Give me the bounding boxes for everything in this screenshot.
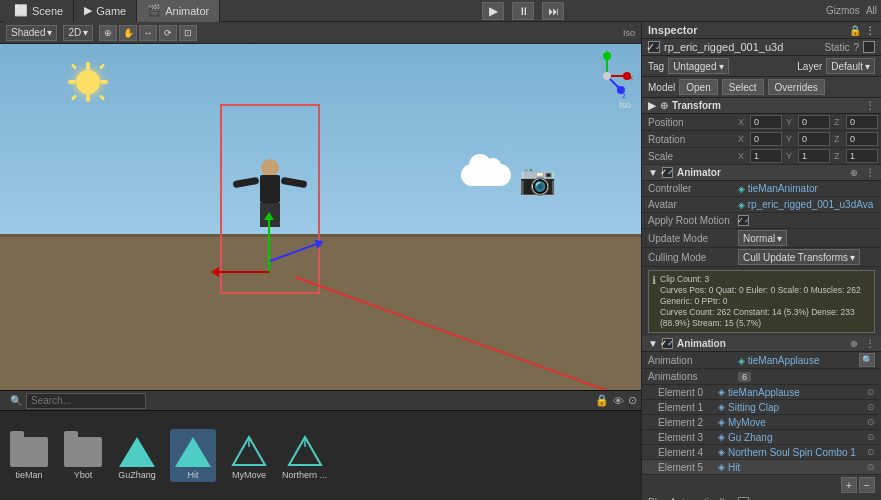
transform-section-header[interactable]: ▶ ⊕ Transform ⋮ [642,98,881,114]
scale-z-label: Z [834,151,844,161]
element1-target-btn[interactable]: ⊙ [867,402,875,412]
animation-element-3[interactable]: Element 3 ◈ Gu Zhang ⊙ [642,430,881,445]
tab-scene[interactable]: ⬜ Scene [4,0,74,22]
character-arm-right [281,177,308,188]
top-toolbar: ⬜ Scene ▶ Game 🎬 Animator ▶ ⏸ ⏭ Gizmos A… [0,0,881,22]
transform-title: Transform [672,100,721,111]
element1-value: Sitting Clap [728,402,867,413]
pos-y-label: Y [786,117,796,127]
app-root: ⬜ Scene ▶ Game 🎬 Animator ▶ ⏸ ⏭ Gizmos A… [0,0,881,500]
add-animation-button[interactable]: + [841,477,857,493]
animation-element-2[interactable]: Element 2 ◈ MyMove ⊙ [642,415,881,430]
avatar-value[interactable]: ◈ rp_eric_rigged_001_u3dAva [738,199,875,210]
select-button[interactable]: Select [722,79,764,95]
layer-dropdown[interactable]: Default ▾ [826,58,875,74]
static-question: ? [853,42,859,53]
animation-clip-value[interactable]: ◈ tieManApplause [738,355,857,366]
overrides-button[interactable]: Overrides [768,79,825,95]
inspector-lock-icon[interactable]: 🔒 [849,25,861,36]
element2-target-btn[interactable]: ⊙ [867,417,875,427]
play-button[interactable]: ▶ [482,2,504,20]
animation-search-button[interactable]: 🔍 [859,353,875,367]
rot-x-value[interactable]: 0 [750,132,782,146]
gizmos-label: Gizmos [826,5,860,16]
rot-z-value[interactable]: 0 [846,132,878,146]
asset-tieman[interactable]: tieMan [8,431,50,480]
animation-active-checkbox[interactable]: ✓ [662,338,673,349]
folder-shape [10,437,48,467]
scale-x-value[interactable]: 1 [750,149,782,163]
eye-button[interactable]: 👁 [613,395,624,407]
scale-y-value[interactable]: 1 [798,149,830,163]
position-xyz: X 0 Y 0 Z 0 [738,115,878,129]
lock-button[interactable]: 🔒 [595,394,609,407]
scene-tool-btn-2[interactable]: ✋ [119,25,137,41]
culling-mode-dropdown[interactable]: Cull Update Transforms ▾ [738,249,860,265]
asset-hit[interactable]: Hit [170,429,216,482]
inspector-more-icon[interactable]: ⋮ [865,25,875,36]
pos-y-value[interactable]: 0 [798,115,830,129]
animator-section-header[interactable]: ▼ ✓ Animator ⊕ ⋮ [642,165,881,181]
rot-y-value[interactable]: 0 [798,132,830,146]
apply-root-checkbox[interactable]: ✓ [738,215,749,226]
animation-element-1[interactable]: Element 1 ◈ Sitting Clap ⊙ [642,400,881,415]
update-mode-dropdown[interactable]: Normal ▾ [738,230,787,246]
animation-section-header[interactable]: ▼ ✓ Animation ⊕ ⋮ [642,336,881,352]
gizmo-compass-svg: Y X Z [581,50,633,102]
character-arm-left [233,177,260,188]
model-label: Model [648,82,675,93]
scene-view[interactable]: 📷 [0,44,641,390]
pause-button[interactable]: ⏸ [512,2,534,20]
transform-icon: ⊕ [660,100,668,111]
pos-z-value[interactable]: 0 [846,115,878,129]
scene-tool-btn-3[interactable]: ↔ [139,25,157,41]
scene-tool-btn-5[interactable]: ⊡ [179,25,197,41]
asset-northern[interactable]: Northern ... [282,431,327,480]
mode-dropdown[interactable]: 2D ▾ [63,25,93,41]
shading-dropdown[interactable]: Shaded ▾ [6,25,57,41]
animation-element-5[interactable]: Element 5 ◈ Hit ⊙ [642,460,881,475]
scene-tool-btn-1[interactable]: ⊕ [99,25,117,41]
asset-guzhang[interactable]: GuZhang [116,431,158,480]
gizmo-compass[interactable]: Y X Z [581,50,633,102]
element1-label: Element 1 [658,402,718,413]
tag-dropdown[interactable]: Untagged ▾ [668,58,728,74]
static-checkbox[interactable] [863,41,875,53]
animation-element-4[interactable]: Element 4 ◈ Northern Soul Spin Combo 1 ⊙ [642,445,881,460]
element4-target-btn[interactable]: ⊙ [867,447,875,457]
scale-z-value[interactable]: 1 [846,149,878,163]
asset-ybot[interactable]: Ybot [62,431,104,480]
step-button[interactable]: ⏭ [542,2,564,20]
asset-mymove[interactable]: MyMove [228,431,270,480]
target-button[interactable]: ⊙ [628,394,637,407]
object-active-checkbox[interactable]: ✓ [648,41,660,53]
controller-value[interactable]: ◈ tieManAnimator [738,183,875,194]
animation-more-icon[interactable]: ⊕ [850,339,858,349]
pos-x-value[interactable]: 0 [750,115,782,129]
transform-more-icon[interactable]: ⋮ [865,100,875,111]
remove-animation-button[interactable]: − [859,477,875,493]
character-selection-box[interactable] [220,104,320,294]
search-input[interactable] [26,393,146,409]
triangle-icon-northern [284,431,326,467]
open-button[interactable]: Open [679,79,717,95]
element3-target-btn[interactable]: ⊙ [867,432,875,442]
rot-x-label: X [738,134,748,144]
scene-tool-btn-4[interactable]: ⟳ [159,25,177,41]
tab-animator[interactable]: 🎬 Animator [137,0,220,22]
element5-target-btn[interactable]: ⊙ [867,462,875,472]
element0-target-btn[interactable]: ⊙ [867,387,875,397]
animation-element-0[interactable]: Element 0 ◈ tieManApplause ⊙ [642,385,881,400]
scale-z-field: Z 1 [834,149,878,163]
folder-icon-ybot [62,431,104,467]
tab-game[interactable]: ▶ Game [74,0,137,22]
animator-more-icon[interactable]: ⊕ [850,168,858,178]
transform-rotation-row: Rotation X 0 Y 0 Z 0 [642,131,881,148]
animation-more-icon2[interactable]: ⋮ [865,338,875,349]
animator-apply-root-row: Apply Root Motion ✓ [642,213,881,229]
game-tab-label: Game [96,5,126,17]
static-label: Static [824,42,849,53]
animator-more-icon2[interactable]: ⋮ [865,167,875,178]
animator-active-checkbox[interactable]: ✓ [662,167,673,178]
gizmo-arrow-y-head [264,212,274,220]
